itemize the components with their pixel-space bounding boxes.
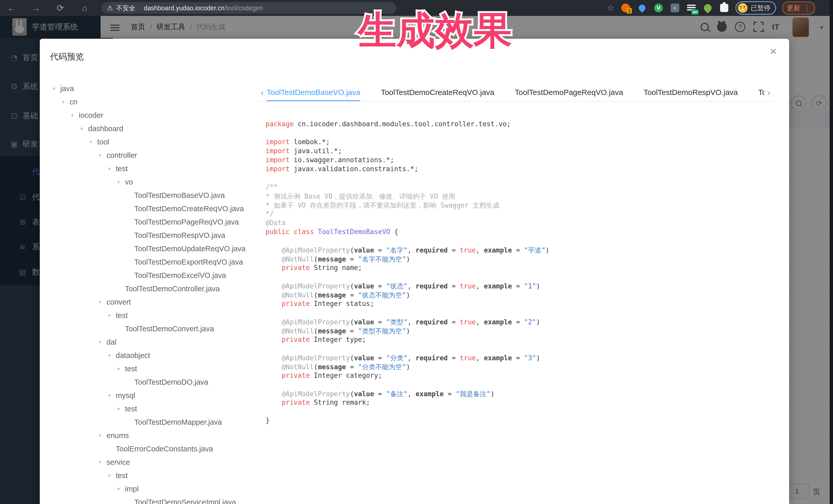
browser-back-icon[interactable]: ←	[5, 0, 18, 16]
tree-node-label: iocoder	[79, 111, 103, 120]
tree-folder[interactable]: ▾test	[45, 402, 266, 415]
code-line: private String name;	[266, 264, 549, 273]
tree-folder[interactable]: ▾controller	[45, 149, 266, 162]
tree-folder[interactable]: ▾test	[45, 162, 266, 175]
security-label[interactable]: 不安全	[116, 4, 135, 12]
caret-down-icon[interactable]: ▾	[117, 366, 125, 372]
tree-folder[interactable]: ▾dashboard	[45, 122, 266, 135]
caret-down-icon[interactable]: ▾	[71, 112, 79, 118]
tree-folder[interactable]: ▾test	[45, 362, 266, 376]
tree-file[interactable]: ToolTestDemoMapper.java	[45, 415, 266, 429]
file-tab-5[interactable]: ToolTe	[758, 83, 764, 101]
browser-forward-icon[interactable]: →	[29, 0, 42, 16]
caret-down-icon[interactable]: ▾	[117, 406, 125, 412]
tree-node-label: dashboard	[88, 124, 123, 133]
code-line: @NotNull(message = "分类不能为空")	[266, 363, 549, 371]
tree-folder[interactable]: ▾dal	[45, 335, 266, 349]
tabs-next-icon[interactable]: ›	[764, 88, 773, 97]
update-label: 更新	[787, 4, 800, 13]
extension-badge: 1	[627, 8, 632, 14]
tree-folder[interactable]: ▾test	[45, 309, 266, 322]
code-line: @ApiModelProperty(value = "类型", required…	[266, 318, 549, 327]
browser-home-icon[interactable]: ⌂	[78, 0, 91, 16]
tree-file[interactable]: ToolTestDemoServiceImpl.java	[45, 496, 266, 504]
caret-down-icon[interactable]: ▾	[108, 473, 116, 479]
tree-folder[interactable]: ▾mysql	[45, 389, 266, 402]
caret-down-icon[interactable]: ▾	[108, 352, 116, 359]
caret-down-icon[interactable]: ▾	[99, 339, 106, 345]
tree-node-label: java	[60, 85, 74, 93]
tree-node-label: test	[125, 405, 137, 413]
extension-list-icon[interactable]: on	[686, 3, 696, 13]
scrollbar-strip[interactable]	[830, 0, 833, 504]
caret-down-icon[interactable]: ▾	[108, 166, 116, 172]
profile-emoji-icon	[738, 3, 747, 13]
caret-down-icon[interactable]: ▾	[99, 432, 106, 438]
tree-node-label: ToolTestDemoCreateReqVO.java	[134, 205, 244, 213]
browser-toolbar-right: ☆ 1 V ♦ on 已暂停 更新 ⋮	[607, 0, 815, 16]
code-line: import io.swagger.annotations.*;	[266, 156, 549, 165]
tree-file[interactable]: ToolTestDemoExportReqVO.java	[45, 255, 266, 269]
caret-down-icon[interactable]: ▾	[108, 392, 116, 399]
extension-green-check-icon[interactable]: V	[653, 3, 664, 13]
extension-orange-icon[interactable]: 1	[620, 3, 631, 13]
url-host: dashboard.yudao.iocoder.cn	[144, 4, 224, 12]
tree-folder[interactable]: ▾dataobject	[45, 349, 266, 362]
tree-folder[interactable]: ▾tool	[45, 135, 266, 149]
browser-menu-dots-icon[interactable]: ⋮	[804, 4, 810, 12]
tree-folder[interactable]: ▾impl	[45, 482, 266, 496]
profile-status-label: 已暂停	[751, 4, 771, 13]
caret-down-icon[interactable]: ▾	[99, 299, 106, 305]
tree-folder[interactable]: ▾test	[45, 469, 266, 482]
caret-down-icon[interactable]: ▾	[117, 486, 125, 492]
caret-down-icon[interactable]: ▾	[117, 179, 125, 185]
tree-file[interactable]: ToolTestDemoDO.java	[45, 376, 266, 389]
caret-down-icon[interactable]: ▾	[99, 459, 106, 465]
caret-down-icon[interactable]: ▾	[80, 125, 88, 131]
tabs-prev-icon[interactable]: ‹	[258, 88, 267, 97]
caret-down-icon[interactable]: ▾	[108, 312, 116, 318]
code-line: import java.util.*;	[266, 147, 549, 156]
tree-file[interactable]: ToolTestDemoExcelVO.java	[45, 269, 266, 282]
tree-file[interactable]: ToolTestDemoConvert.java	[45, 322, 266, 335]
tree-node-label: ToolTestDemoDO.java	[134, 378, 208, 386]
code-line: * 测试示例 Base VO，提供给添加、修改、详细的子 VO 使用	[266, 192, 549, 201]
address-bar[interactable]: ⚠ 不安全 dashboard.yudao.iocoder.cn /tool/c…	[101, 2, 397, 14]
file-tab-2[interactable]: ToolTestDemoCreateReqVO.java	[381, 83, 494, 101]
tree-file[interactable]: ToolTestDemoController.java	[45, 282, 266, 295]
bookmark-star-icon[interactable]: ☆	[607, 3, 614, 13]
tree-file[interactable]: ToolTestDemoBaseVO.java	[45, 189, 266, 202]
caret-down-icon[interactable]: ▾	[62, 99, 70, 105]
file-tab-4[interactable]: ToolTestDemoRespVO.java	[644, 83, 738, 101]
tree-file[interactable]: ToolTestDemoCreateReqVO.java	[45, 202, 266, 215]
caret-down-icon[interactable]: ▾	[90, 139, 97, 145]
tree-node-label: enums	[106, 431, 129, 440]
extension-gem-icon[interactable]: ♦	[670, 3, 680, 13]
tree-folder[interactable]: ▾convert	[45, 295, 266, 309]
tree-folder[interactable]: ▾service	[45, 456, 266, 469]
browser-reload-icon[interactable]: ⟳	[54, 0, 67, 16]
tree-file[interactable]: ToolTestDemoPageReqVO.java	[45, 215, 266, 229]
code-line: @ApiModelProperty(value = "备注", example …	[266, 389, 549, 399]
tree-file[interactable]: ToolErrorCodeConstants.java	[45, 442, 266, 456]
tree-file[interactable]: ToolTestDemoUpdateReqVO.java	[45, 242, 266, 255]
extension-plant-icon[interactable]	[703, 3, 713, 13]
browser-update-button[interactable]: 更新 ⋮	[782, 2, 815, 15]
file-tab-3[interactable]: ToolTestDemoPageReqVO.java	[515, 83, 623, 101]
tree-folder[interactable]: ▾cn	[45, 95, 266, 109]
tree-folder[interactable]: ▾vo	[45, 175, 266, 189]
file-tabs-bar: ‹ ToolTestDemoBaseVO.javaToolTestDemoCre…	[258, 83, 774, 102]
extensions-puzzle-icon[interactable]	[719, 3, 729, 13]
tree-folder[interactable]: ▾enums	[45, 429, 266, 442]
tree-folder[interactable]: ▾iocoder	[45, 109, 266, 122]
browser-profile-chip[interactable]: 已暂停	[736, 1, 776, 15]
file-tab-1[interactable]: ToolTestDemoBaseVO.java	[267, 83, 360, 101]
caret-down-icon[interactable]: ▾	[53, 86, 60, 92]
caret-down-icon[interactable]: ▾	[99, 152, 106, 158]
tree-node-label: ToolTestDemoMapper.java	[134, 418, 222, 427]
code-line: private Integer type;	[266, 336, 549, 345]
tree-file[interactable]: ToolTestDemoRespVO.java	[45, 229, 266, 242]
tree-folder[interactable]: ▾java	[45, 82, 266, 95]
extension-pin-icon[interactable]	[637, 3, 647, 13]
close-icon[interactable]: ×	[770, 45, 777, 57]
